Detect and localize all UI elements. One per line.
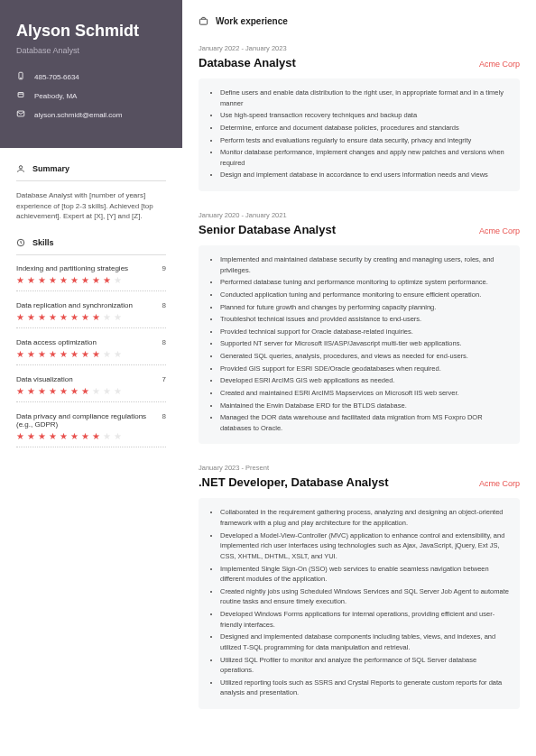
star-icon: ★: [114, 350, 122, 359]
star-icon: ★: [114, 313, 122, 322]
bullet-item: Utilized reporting tools such as SSRS an…: [220, 678, 509, 698]
divider: [16, 180, 166, 181]
star-icon: ★: [114, 387, 122, 396]
bullet-item: Determine, enforce and document database…: [220, 123, 509, 134]
bullet-item: Perform tests and evaluations regularly …: [220, 135, 509, 146]
skill-score: 9: [162, 264, 166, 272]
briefcase-icon: [199, 16, 208, 26]
star-icon: ★: [103, 432, 111, 441]
skill-row: Data visualization7★★★★★★★★★★: [16, 375, 166, 402]
divider: [16, 254, 166, 255]
bullet-item: Created and maintained ESRI ArcIMS Mapse…: [220, 388, 509, 399]
star-icon: ★: [92, 432, 100, 441]
star-icon: ★: [81, 387, 89, 396]
contacts-list: 485-705-6634Peabody, MAalyson.schmidt@em…: [16, 71, 166, 120]
skills-list: Indexing and partitioning strategies9★★★…: [16, 264, 166, 447]
skill-name: Data replication and synchronization: [16, 301, 162, 309]
job-title: Database Analyst: [199, 56, 296, 69]
job: January 2022 - January 2023Database Anal…: [199, 44, 520, 191]
star-icon: ★: [81, 432, 89, 441]
skill-name: Data visualization: [16, 375, 162, 383]
job-dates: January 2022 - January 2023: [199, 44, 520, 52]
bullet-item: Developed Windows Forms applications for…: [220, 609, 509, 630]
bullet-item: Developed ESRI ArcIMS GIS web applicatio…: [220, 375, 509, 386]
skill-name: Data access optimization: [16, 338, 162, 346]
phone-icon: [16, 71, 25, 82]
contact-text: Peabody, MA: [34, 92, 77, 100]
person-name: Alyson Schmidt: [16, 22, 166, 41]
svg-point-1: [21, 78, 22, 78]
bullet-item: Implemented Single Sign-On (SSO) web ser…: [220, 564, 509, 585]
bullet-item: Provided technical support for Oracle da…: [220, 327, 509, 337]
skill-score: 8: [162, 412, 166, 420]
job-bullets: Implemented and maintained database secu…: [199, 245, 520, 444]
bullet-item: Define users and enable data distributio…: [220, 88, 509, 108]
bullet-item: Use high-speed transaction recovery tech…: [220, 110, 509, 121]
star-icon: ★: [38, 432, 46, 441]
star-icon: ★: [16, 313, 24, 322]
summary-heading-text: Summary: [32, 164, 69, 173]
star-icon: ★: [114, 276, 122, 285]
contact-row: Peabody, MA: [16, 90, 166, 101]
work-heading: Work experience: [199, 16, 520, 26]
job-bullets: Define users and enable data distributio…: [199, 78, 520, 191]
star-icon: ★: [70, 276, 79, 285]
job: January 2023 - Present.NET Developer, Da…: [199, 464, 520, 709]
skill-stars: ★★★★★★★★★★: [16, 276, 166, 285]
bullet-item: Provided GIS support for ESRI SDE/Oracle…: [220, 364, 509, 374]
job-bullets: Collaborated in the requirement gatherin…: [199, 498, 520, 709]
star-icon: ★: [16, 276, 24, 285]
job-title: .NET Developer, Database Analyst: [199, 475, 389, 489]
star-icon: ★: [81, 350, 89, 359]
header-block: Alyson Schmidt Database Analyst 485-705-…: [0, 0, 182, 148]
job: January 2020 - January 2021Senior Databa…: [199, 211, 520, 444]
star-icon: ★: [103, 313, 111, 322]
skill-stars: ★★★★★★★★★★: [16, 350, 166, 359]
bullet-item: Developed a Model-View-Controller (MVC) …: [220, 530, 509, 562]
job-company: Acme Corp: [479, 226, 520, 235]
email-icon: [16, 109, 25, 120]
bullet-item: Monitor database performance, implement …: [220, 147, 509, 168]
star-icon: ★: [27, 350, 35, 359]
star-icon: ★: [114, 432, 122, 441]
star-icon: ★: [92, 313, 100, 322]
star-icon: ★: [60, 350, 68, 359]
job-dates: January 2020 - January 2021: [199, 211, 520, 219]
svg-point-4: [19, 166, 22, 169]
star-icon: ★: [27, 276, 35, 285]
bullet-item: Troubleshot technical issues and provide…: [220, 314, 509, 325]
bullet-item: Performed database tuning and performanc…: [220, 277, 509, 288]
star-icon: ★: [92, 387, 100, 396]
star-icon: ★: [38, 313, 46, 322]
star-icon: ★: [38, 350, 46, 359]
svg-rect-2: [18, 93, 23, 97]
work-heading-text: Work experience: [216, 16, 288, 26]
star-icon: ★: [27, 432, 35, 441]
bullet-item: Generated SQL queries, analysis, procedu…: [220, 351, 509, 362]
person-icon: [16, 164, 25, 173]
divider: [16, 447, 166, 447]
skill-score: 7: [162, 375, 166, 383]
star-icon: ★: [92, 276, 100, 285]
skill-stars: ★★★★★★★★★★: [16, 387, 166, 396]
bullet-item: Collaborated in the requirement gatherin…: [220, 507, 509, 528]
star-icon: ★: [103, 350, 111, 359]
skill-row: Data access optimization8★★★★★★★★★★: [16, 338, 166, 365]
job-company: Acme Corp: [479, 479, 520, 488]
person-role: Database Analyst: [16, 46, 166, 55]
star-icon: ★: [16, 387, 24, 396]
location-icon: [16, 90, 25, 101]
star-icon: ★: [92, 350, 100, 359]
skill-score: 8: [162, 301, 166, 309]
bullet-item: Designed and implemented database compon…: [220, 632, 509, 652]
bullet-item: Utilized SQL Profiler to monitor and ana…: [220, 655, 509, 676]
contact-row: 485-705-6634: [16, 71, 166, 82]
star-icon: ★: [60, 387, 68, 396]
star-icon: ★: [27, 313, 35, 322]
bullet-item: Design and implement database in accorda…: [220, 170, 509, 180]
star-icon: ★: [49, 350, 57, 359]
star-icon: ★: [16, 432, 24, 441]
divider: [16, 401, 166, 402]
star-icon: ★: [38, 276, 46, 285]
star-icon: ★: [81, 313, 89, 322]
